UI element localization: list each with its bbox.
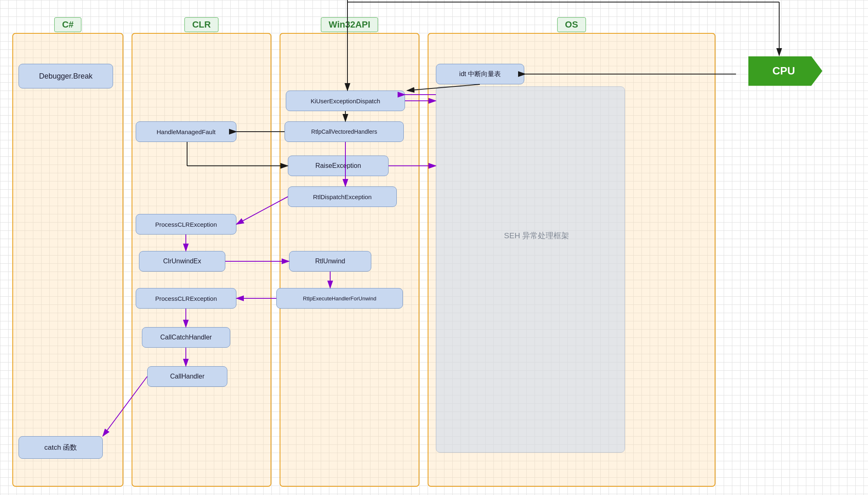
lane-header-os: OS [557,17,586,32]
node-rtlp-vectored: RtlpCallVectoredHandlers [285,121,404,142]
lane-header-win32api: Win32API [321,17,378,32]
node-process-clr2: ProcessCLRException [136,288,236,309]
cpu-label: CPU [748,56,822,86]
node-handle-managed: HandleManagedFault [136,121,236,142]
node-rtl-dispatch: RtlDispatchException [288,186,397,207]
cpu-shape: CPU [736,56,835,86]
node-call-handler: CallHandler [147,366,227,387]
node-rtlp-execute: RtlpExecuteHandlerForUnwind [276,288,403,309]
seh-box [436,86,625,453]
node-clr-unwind: ClrUnwindEx [139,251,225,272]
node-rtl-unwind: RtlUnwind [289,251,371,272]
node-raise-exception: RaiseException [288,156,389,176]
lane-cs: C# [12,33,123,487]
node-catch-func: catch 函数 [19,436,103,459]
diagram-container: C# CLR Win32API OS CPU Debugger.Break id… [0,0,868,495]
lane-header-clr: CLR [184,17,218,32]
lane-header-cs: C# [54,17,81,32]
node-ki-user: KiUserExceptionDispatch [286,91,405,111]
node-process-clr1: ProcessCLRException [136,214,236,235]
node-idt: idt 中断向量表 [436,64,524,84]
node-debugger-break: Debugger.Break [19,64,113,88]
node-call-catch: CallCatchHandler [142,327,230,348]
